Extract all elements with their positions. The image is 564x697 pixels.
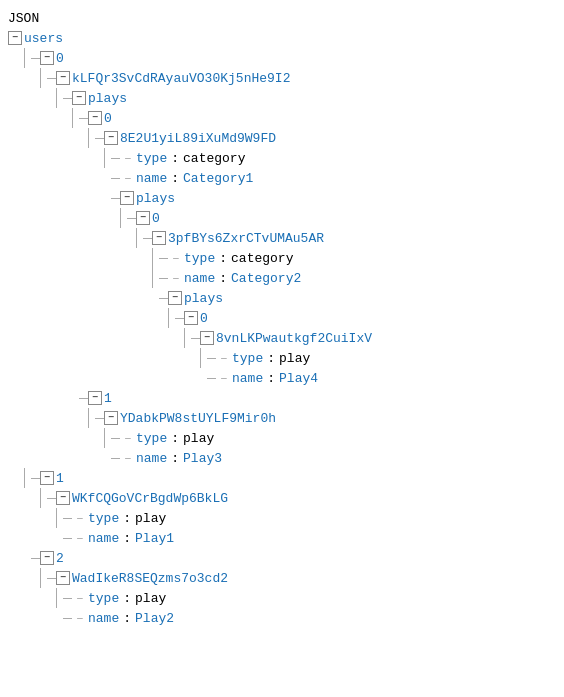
subplay0-type-row: – type : category	[152, 248, 556, 268]
users-toggle[interactable]: −	[8, 31, 22, 45]
json-tree: JSON − users − 0 − kLFQr3SvCdRAyauVO30K	[0, 4, 564, 632]
play1-id-toggle[interactable]: −	[104, 411, 118, 425]
play1-name-dash: –	[120, 451, 136, 466]
item1-children: − WKfCQGoVCrBgdWp6BkLG – type : play	[40, 488, 556, 548]
subsubplay0-name-value: Play4	[279, 371, 318, 386]
item1-toggle[interactable]: −	[40, 471, 54, 485]
subplay0-type-key: type	[184, 251, 215, 266]
play0-type-key: type	[136, 151, 167, 166]
item1-type-key: type	[88, 511, 119, 526]
users-label: users	[24, 31, 63, 46]
subplay0-name-dash: –	[168, 271, 184, 286]
subplay0-id-children: – type : category	[152, 248, 556, 388]
item1-id-toggle[interactable]: −	[56, 491, 70, 505]
item1-name-dash: –	[72, 531, 88, 546]
item2-type-row: – type : play	[56, 588, 556, 608]
subsubplay0-name-dash: –	[216, 371, 232, 386]
play0-subplays-toggle[interactable]: −	[120, 191, 134, 205]
play0-name-key: name	[136, 171, 167, 186]
item0-plays-toggle[interactable]: −	[72, 91, 86, 105]
item1-name-value: Play1	[135, 531, 174, 546]
item1-name-key: name	[88, 531, 119, 546]
play1-id-row: − YDabkPW8stUYLF9Mir0h	[88, 408, 556, 428]
subsubplay0-index: 0	[200, 311, 208, 326]
subplay0-type-value: category	[231, 251, 293, 266]
item1-type-value: play	[135, 511, 166, 526]
play0-subplays-children: − 0	[120, 208, 556, 388]
play1-index: 1	[104, 391, 112, 406]
play0-id-children: – type : category – nam	[104, 148, 556, 388]
play1-type-dash: –	[120, 431, 136, 446]
item0-plays-row: − plays	[56, 88, 556, 108]
item1-id-row: − WKfCQGoVCrBgdWp6BkLG	[40, 488, 556, 508]
subplay0-children: − 3pfBYs6ZxrCTvUMAu5AR	[136, 228, 556, 388]
play1-children: − YDabkPW8stUYLF9Mir0h – t	[88, 408, 556, 468]
item2-name-value: Play2	[135, 611, 174, 626]
item2-row: − 2	[24, 548, 556, 568]
item0-id: kLFQr3SvCdRAyauVO30Kj5nHe9I2	[72, 71, 290, 86]
subsubplay0-id-row: − 8vnLKPwautkgf2CuiIxV	[184, 328, 556, 348]
root-label: JSON	[8, 11, 39, 26]
subsubplay0-id-children: – type : play	[200, 348, 556, 388]
item2-id-toggle[interactable]: −	[56, 571, 70, 585]
subplay0-name-key: name	[184, 271, 215, 286]
play0-row: − 0	[72, 108, 556, 128]
subsubplay0-children: − 8vnLKPwautkgf2CuiIxV	[184, 328, 556, 388]
subplay0-id-toggle[interactable]: −	[152, 231, 166, 245]
item2-id-row: − WadIkeR8SEQzms7o3cd2	[40, 568, 556, 588]
subplay0-name-value: Category2	[231, 271, 301, 286]
play1-name-row: – name : Play3	[104, 448, 556, 468]
subplay0-toggle[interactable]: −	[136, 211, 150, 225]
subsubplay0-type-value: play	[279, 351, 310, 366]
play1-name-key: name	[136, 451, 167, 466]
item0-plays-children: − 0 − 8E2U1yiL89iXuMd9W9FD	[72, 108, 556, 468]
subplay0-index: 0	[152, 211, 160, 226]
item2-type-key: type	[88, 591, 119, 606]
item0-row: − 0	[24, 48, 556, 68]
subsubplay0-id-toggle[interactable]: −	[200, 331, 214, 345]
subsubplay0-id: 8vnLKPwautkgf2CuiIxV	[216, 331, 372, 346]
item1-index: 1	[56, 471, 64, 486]
play0-type-value: category	[183, 151, 245, 166]
play0-subplays-row: − plays	[104, 188, 556, 208]
subplay0-subplays-toggle[interactable]: −	[168, 291, 182, 305]
item1-row: − 1	[24, 468, 556, 488]
play0-id-row: − 8E2U1yiL89iXuMd9W9FD	[88, 128, 556, 148]
subsubplay0-type-dash: –	[216, 351, 232, 366]
play1-type-row: – type : play	[104, 428, 556, 448]
play0-subplays-label: plays	[136, 191, 175, 206]
item1-id: WKfCQGoVCrBgdWp6BkLG	[72, 491, 228, 506]
subsubplay0-toggle[interactable]: −	[184, 311, 198, 325]
subplay0-type-dash: –	[168, 251, 184, 266]
item2-type-value: play	[135, 591, 166, 606]
play0-toggle[interactable]: −	[88, 111, 102, 125]
play0-name-dash: –	[120, 171, 136, 186]
item2-name-key: name	[88, 611, 119, 626]
item2-children: − WadIkeR8SEQzms7o3cd2 – type : play	[40, 568, 556, 628]
item0-toggle[interactable]: −	[40, 51, 54, 65]
play1-type-value: play	[183, 431, 214, 446]
item1-name-row: – name : Play1	[56, 528, 556, 548]
play0-index: 0	[104, 111, 112, 126]
subplay0-row: − 0	[120, 208, 556, 228]
subplay0-id-row: − 3pfBYs6ZxrCTvUMAu5AR	[136, 228, 556, 248]
item1-type-dash: –	[72, 511, 88, 526]
item1-id-children: – type : play – name : Play1	[56, 508, 556, 548]
item0-id-toggle[interactable]: −	[56, 71, 70, 85]
item2-toggle[interactable]: −	[40, 551, 54, 565]
play0-type-row: – type : category	[104, 148, 556, 168]
item1-type-row: – type : play	[56, 508, 556, 528]
item0-id-row: − kLFQr3SvCdRAyauVO30Kj5nHe9I2	[40, 68, 556, 88]
item2-type-dash: –	[72, 591, 88, 606]
item0-plays-label: plays	[88, 91, 127, 106]
item2-name-row: – name : Play2	[56, 608, 556, 628]
play1-toggle[interactable]: −	[88, 391, 102, 405]
play0-id: 8E2U1yiL89iXuMd9W9FD	[120, 131, 276, 146]
subsubplay0-type-row: – type : play	[200, 348, 556, 368]
play0-id-toggle[interactable]: −	[104, 131, 118, 145]
item2-id-children: – type : play – name : Play2	[56, 588, 556, 628]
item0-children: − kLFQr3SvCdRAyauVO30Kj5nHe9I2 − plays	[40, 68, 556, 468]
play0-type-dash: –	[120, 151, 136, 166]
play1-row: − 1	[72, 388, 556, 408]
subplay0-subplays-children: − 0	[168, 308, 556, 388]
